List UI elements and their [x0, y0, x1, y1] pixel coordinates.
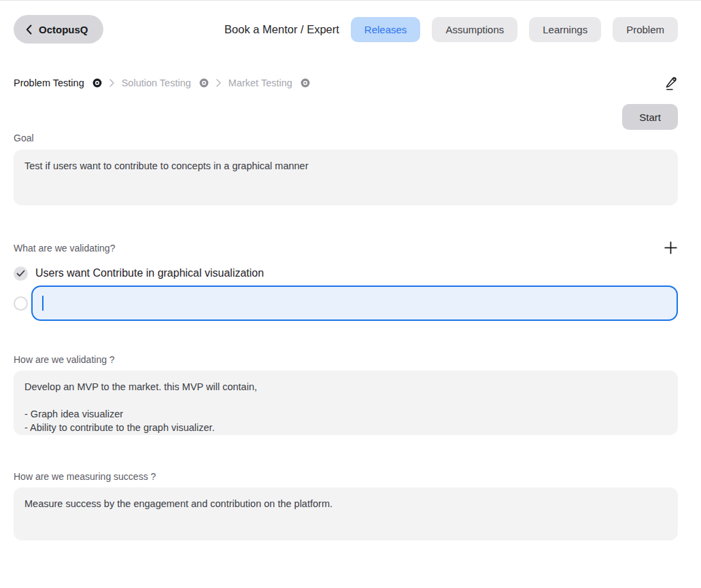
start-button[interactable]: Start [622, 104, 678, 130]
new-validation-row [14, 286, 678, 321]
eye-icon[interactable] [92, 78, 102, 88]
tab-learnings[interactable]: Learnings [529, 17, 601, 42]
breadcrumb: Problem Testing Solution Testing Market … [14, 77, 310, 88]
goal-textarea[interactable]: Test if users want to contribute to conc… [14, 150, 678, 205]
chevron-right-icon [216, 79, 221, 87]
breadcrumb-item-problem-testing[interactable]: Problem Testing [14, 77, 84, 88]
check-icon [16, 270, 25, 277]
breadcrumb-row: Problem Testing Solution Testing Market … [14, 75, 678, 90]
breadcrumb-item-market-testing[interactable]: Market Testing [228, 77, 292, 88]
back-button[interactable]: OctopusQ [14, 15, 103, 44]
tab-releases[interactable]: Releases [351, 17, 421, 42]
new-validation-input[interactable] [31, 286, 678, 321]
method-blank-line [24, 394, 667, 407]
method-line: - Ability to contribute to the graph vis… [24, 421, 667, 434]
page-title: Book a Mentor / Expert [224, 23, 339, 36]
validating-method-textarea[interactable]: Develop an MVP to the market. this MVP w… [14, 370, 678, 435]
plus-icon [664, 241, 678, 255]
tab-assumptions[interactable]: Assumptions [432, 17, 517, 42]
chevron-left-icon [26, 24, 32, 35]
validating-header: What are we validating? [14, 241, 678, 255]
checkbox-unchecked[interactable] [14, 296, 28, 311]
add-validation-button[interactable] [664, 241, 678, 255]
chevron-right-icon [109, 79, 114, 87]
method-line: Develop an MVP to the market. this MVP w… [24, 380, 667, 394]
goal-label: Goal [14, 133, 678, 143]
start-row: Start [14, 104, 678, 130]
pencil-icon [665, 75, 678, 90]
tab-bar: Releases Assumptions Learnings Problem [351, 17, 678, 42]
back-button-label: OctopusQ [39, 24, 88, 35]
tab-problem[interactable]: Problem [613, 17, 678, 42]
main-content: Problem Testing Solution Testing Market … [0, 75, 701, 540]
breadcrumb-item-solution-testing[interactable]: Solution Testing [122, 77, 191, 88]
measuring-label: How are we measuring success ? [14, 471, 678, 482]
validating-label: What are we validating? [14, 243, 115, 254]
goal-text: Test if users want to contribute to conc… [24, 159, 667, 173]
top-bar: OctopusQ Book a Mentor / Expert Releases… [0, 1, 701, 48]
validation-item-label: Users want Contribute in graphical visua… [35, 267, 264, 279]
text-cursor [42, 296, 44, 311]
page: OctopusQ Book a Mentor / Expert Releases… [0, 0, 701, 588]
measuring-text: Measure success by the engagement and co… [24, 497, 667, 511]
edit-button[interactable] [665, 75, 678, 90]
eye-icon[interactable] [301, 78, 310, 88]
measuring-textarea[interactable]: Measure success by the engagement and co… [14, 487, 678, 540]
validating-method-label: How are we validating ? [14, 354, 678, 365]
eye-icon[interactable] [199, 78, 209, 88]
checkbox-checked[interactable] [14, 266, 28, 281]
validation-item: Users want Contribute in graphical visua… [14, 265, 678, 281]
method-line: - Graph idea visualizer [24, 407, 667, 421]
